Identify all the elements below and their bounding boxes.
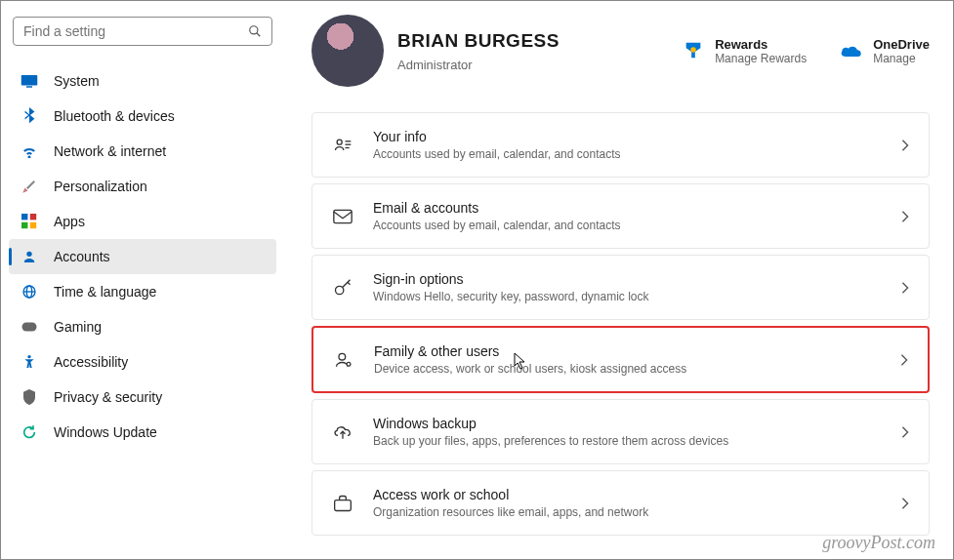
avatar (311, 15, 384, 87)
svg-rect-3 (26, 86, 32, 88)
your-info-icon (332, 136, 353, 155)
sidebar-item-gaming[interactable]: Gaming (9, 309, 276, 344)
svg-point-23 (339, 353, 346, 360)
svg-rect-7 (30, 222, 36, 228)
sidebar-item-windows-update[interactable]: Windows Update (9, 415, 276, 450)
shield-icon (21, 388, 38, 406)
svg-line-1 (257, 33, 261, 37)
system-icon (21, 72, 38, 90)
sidebar-item-bluetooth[interactable]: Bluetooth & devices (9, 99, 276, 134)
card-sub: Accounts used by email, calendar, and co… (373, 147, 882, 161)
card-windows-backup[interactable]: Windows backup Back up your files, apps,… (311, 399, 930, 464)
svg-rect-12 (22, 323, 37, 332)
card-title: Access work or school (373, 487, 882, 502)
svg-rect-27 (335, 500, 352, 510)
sidebar-item-personalization[interactable]: Personalization (9, 169, 276, 204)
svg-rect-2 (21, 75, 38, 86)
svg-rect-4 (21, 214, 27, 220)
sidebar-item-apps[interactable]: Apps (9, 204, 276, 239)
search-icon (248, 24, 262, 38)
main-content: BRIAN BURGESS Administrator Rewards Mana… (284, 1, 953, 559)
svg-point-8 (26, 252, 31, 257)
rewards-sub: Manage Rewards (715, 52, 807, 65)
onedrive-title: OneDrive (873, 37, 930, 52)
chevron-right-icon (900, 354, 908, 366)
card-your-info[interactable]: Your info Accounts used by email, calend… (311, 112, 930, 178)
wifi-icon (21, 142, 38, 160)
onedrive-sub: Manage (873, 52, 930, 65)
watermark: groovyPost.com (822, 533, 935, 553)
sidebar-item-label: Accessibility (54, 354, 128, 370)
search-input[interactable] (23, 23, 248, 39)
card-title: Sign-in options (373, 271, 882, 287)
accessibility-icon (21, 353, 38, 371)
sidebar-item-accessibility[interactable]: Accessibility (9, 344, 276, 380)
sidebar-item-label: Time & language (54, 284, 156, 300)
card-title: Family & other users (374, 343, 881, 359)
sidebar-item-label: System (54, 73, 100, 89)
onedrive-tile[interactable]: OneDrive Manage (840, 37, 930, 65)
person-icon (21, 248, 38, 265)
settings-cards: Your info Accounts used by email, calend… (311, 112, 930, 536)
bluetooth-icon (21, 107, 38, 125)
svg-point-20 (336, 286, 344, 294)
rewards-icon (682, 39, 705, 62)
account-header: BRIAN BURGESS Administrator Rewards Mana… (311, 15, 930, 87)
card-sub: Accounts used by email, calendar, and co… (373, 219, 882, 232)
user-role: Administrator (397, 58, 560, 72)
sidebar-item-system[interactable]: System (9, 63, 276, 99)
sidebar-item-label: Accounts (54, 249, 110, 264)
rewards-tile[interactable]: Rewards Manage Rewards (682, 37, 807, 65)
chevron-right-icon (901, 426, 909, 438)
backup-icon (332, 423, 353, 441)
svg-rect-6 (21, 222, 27, 228)
svg-rect-5 (30, 214, 36, 220)
update-icon (21, 423, 38, 441)
card-sub: Back up your files, apps, preferences to… (373, 434, 882, 448)
briefcase-icon (332, 495, 353, 512)
card-sub: Device access, work or school users, kio… (374, 362, 881, 376)
sidebar-item-label: Gaming (54, 319, 102, 335)
family-icon (333, 350, 354, 370)
chevron-right-icon (901, 211, 909, 222)
card-title: Your info (373, 129, 882, 144)
sidebar-item-label: Windows Update (54, 424, 157, 440)
card-title: Windows backup (373, 416, 882, 431)
card-email-accounts[interactable]: Email & accounts Accounts used by email,… (311, 183, 930, 249)
chevron-right-icon (901, 282, 909, 294)
paintbrush-icon (21, 178, 38, 195)
card-sub: Organization resources like email, apps,… (373, 505, 882, 519)
onedrive-icon (840, 39, 863, 62)
rewards-title: Rewards (715, 37, 807, 52)
card-sub: Windows Hello, security key, password, d… (373, 290, 882, 303)
sidebar-item-accounts[interactable]: Accounts (9, 239, 276, 274)
sidebar-item-label: Bluetooth & devices (54, 108, 175, 124)
sidebar-item-label: Privacy & security (54, 389, 162, 405)
gamepad-icon (21, 318, 38, 336)
sidebar-item-label: Personalization (54, 179, 147, 194)
svg-point-0 (250, 26, 258, 34)
sidebar-item-label: Network & internet (54, 143, 166, 159)
svg-point-14 (690, 47, 696, 53)
mail-icon (332, 209, 353, 224)
sidebar-item-time-language[interactable]: Time & language (9, 274, 276, 309)
search-box[interactable] (13, 17, 272, 46)
svg-rect-19 (334, 210, 352, 222)
svg-point-13 (27, 355, 30, 358)
user-name: BRIAN BURGESS (397, 30, 560, 52)
sidebar-item-privacy[interactable]: Privacy & security (9, 380, 276, 415)
user-block: BRIAN BURGESS Administrator (397, 30, 560, 72)
svg-point-15 (337, 140, 342, 144)
chevron-right-icon (901, 140, 909, 151)
globe-icon (21, 283, 38, 300)
card-signin-options[interactable]: Sign-in options Windows Hello, security … (311, 255, 930, 320)
sidebar-item-network[interactable]: Network & internet (9, 134, 276, 169)
sidebar-item-label: Apps (54, 214, 85, 229)
sidebar: System Bluetooth & devices Network & int… (1, 1, 284, 559)
svg-line-22 (348, 282, 351, 285)
card-family-other-users[interactable]: Family & other users Device access, work… (311, 326, 930, 393)
card-title: Email & accounts (373, 200, 882, 216)
key-icon (332, 278, 353, 298)
card-work-school[interactable]: Access work or school Organization resou… (311, 470, 930, 536)
chevron-right-icon (901, 498, 909, 509)
